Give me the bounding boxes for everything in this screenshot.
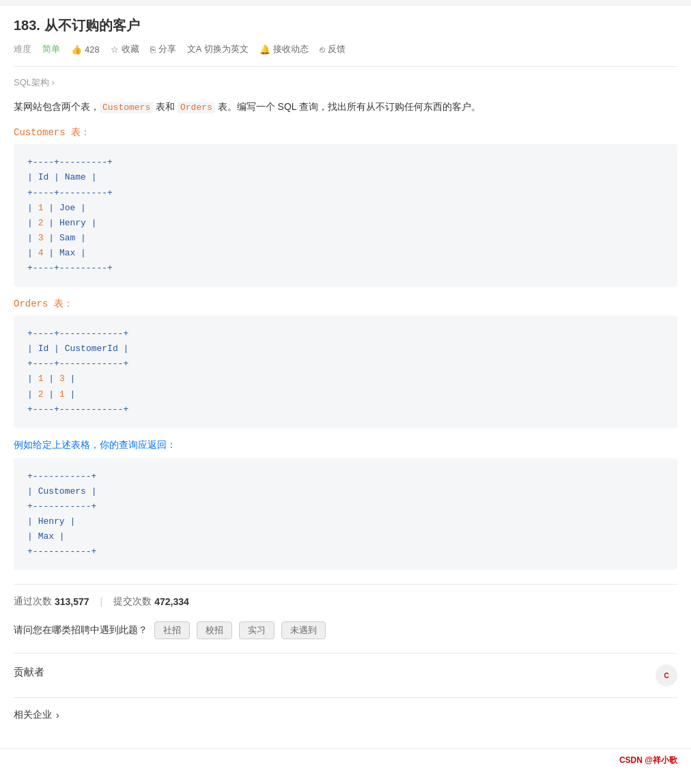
- job-tag-campus[interactable]: 校招: [197, 621, 232, 639]
- result-row-0: +-----------+: [27, 469, 664, 484]
- feedback-icon: ⎋: [320, 44, 325, 55]
- orders-table: +----+------------+ | Id | CustomerId | …: [14, 316, 677, 428]
- stats-divider: |: [100, 596, 103, 607]
- problem-title: 183. 从不订购的客户: [14, 16, 677, 35]
- problem-number: 183.: [14, 18, 40, 33]
- subscribe-button[interactable]: 🔔 接收动态: [259, 43, 309, 55]
- chevron-right-icon: ›: [56, 710, 59, 720]
- job-tag-intern[interactable]: 实习: [239, 621, 274, 639]
- customers-code: Customers: [100, 102, 153, 113]
- like-button[interactable]: 👍 428: [71, 44, 100, 55]
- customers-row-1: | Id | Name |: [27, 170, 664, 185]
- like-count: 428: [85, 44, 100, 55]
- customers-table-label: Customers 表：: [14, 126, 677, 139]
- example-label: 例如给定上述表格，你的查询应返回：: [14, 439, 677, 451]
- csdn-avatar: C: [655, 664, 677, 686]
- top-bar: [0, 0, 691, 5]
- share-button[interactable]: ⎘ 分享: [150, 43, 176, 55]
- submit-stat: 提交次数 472,334: [113, 596, 189, 608]
- difficulty-label: 难度: [14, 43, 31, 55]
- customers-row-5: | 3 | Sam |: [27, 231, 664, 246]
- pass-label: 通过次数: [14, 596, 52, 608]
- related-section: 相关企业 ›: [14, 697, 677, 721]
- customers-row-2: +----+---------+: [27, 186, 664, 201]
- csdn-logo: CSDN @祥小歌: [619, 755, 677, 766]
- orders-row-4: | 2 | 1 |: [27, 387, 664, 402]
- pass-stat: 通过次数 313,577: [14, 596, 89, 608]
- job-tag-none[interactable]: 未遇到: [281, 621, 326, 639]
- customers-row-3: | 1 | Joe |: [27, 201, 664, 216]
- orders-row-1: | Id | CustomerId |: [27, 341, 664, 356]
- translate-icon: 文A: [187, 43, 202, 55]
- meta-divider: [14, 66, 677, 67]
- problem-description: 某网站包含两个表，Customers 表和 Orders 表。编写一个 SQL …: [14, 98, 677, 115]
- submit-label: 提交次数: [113, 596, 152, 608]
- bell-icon: 🔔: [259, 44, 270, 55]
- job-question-label: 请问您在哪类招聘中遇到此题？: [14, 624, 147, 636]
- customers-table: +----+---------+ | Id | Name | +----+---…: [14, 144, 677, 287]
- customers-row-7: +----+---------+: [27, 261, 664, 276]
- breadcrumb[interactable]: SQL架构 ›: [14, 76, 677, 89]
- thumb-up-icon: 👍: [71, 44, 82, 55]
- orders-row-2: +----+------------+: [27, 356, 664, 372]
- orders-row-0: +----+------------+: [27, 326, 664, 341]
- problem-name: 从不订购的客户: [44, 18, 140, 33]
- result-row-2: +-----------+: [27, 499, 664, 514]
- orders-table-label: Orders 表：: [14, 298, 677, 310]
- result-row-5: +-----------+: [27, 544, 664, 559]
- switch-lang-button[interactable]: 文A 切换为英文: [187, 43, 249, 55]
- feedback-button[interactable]: ⎋ 反馈: [320, 43, 346, 55]
- submit-value: 472,334: [154, 596, 189, 607]
- pass-value: 313,577: [55, 596, 89, 607]
- main-content: 183. 从不订购的客户 难度 简单 👍 428 ☆ 收藏 ⎘ 分享 文A 切换…: [0, 5, 691, 735]
- job-tag-social[interactable]: 社招: [154, 621, 190, 639]
- footer-bar: CSDN @祥小歌: [0, 748, 691, 772]
- result-row-1: | Customers |: [27, 484, 664, 499]
- contributors-section: 贡献者 C: [14, 653, 677, 686]
- contributors-label: 贡献者: [14, 666, 44, 679]
- difficulty-value: 简单: [42, 43, 60, 55]
- orders-code: Orders: [178, 102, 215, 113]
- share-icon: ⎘: [150, 44, 156, 55]
- result-row-3: | Henry |: [27, 514, 664, 529]
- meta-bar: 难度 简单 👍 428 ☆ 收藏 ⎘ 分享 文A 切换为英文 🔔 接收动态 ⎋ …: [14, 43, 677, 55]
- customers-row-4: | 2 | Henry |: [27, 216, 664, 231]
- job-question-section: 请问您在哪类招聘中遇到此题？ 社招 校招 实习 未遇到: [14, 621, 677, 639]
- star-icon: ☆: [111, 44, 119, 55]
- result-table: +-----------+ | Customers | +-----------…: [14, 458, 677, 571]
- customers-row-6: | 4 | Max |: [27, 246, 664, 261]
- orders-row-5: +----+------------+: [27, 402, 664, 417]
- collect-button[interactable]: ☆ 收藏: [111, 43, 139, 55]
- result-row-4: | Max |: [27, 529, 664, 544]
- customers-row-0: +----+---------+: [27, 155, 664, 170]
- related-label: 相关企业: [14, 709, 52, 721]
- orders-row-3: | 1 | 3 |: [27, 372, 664, 387]
- stats-bar: 通过次数 313,577 | 提交次数 472,334: [14, 584, 677, 608]
